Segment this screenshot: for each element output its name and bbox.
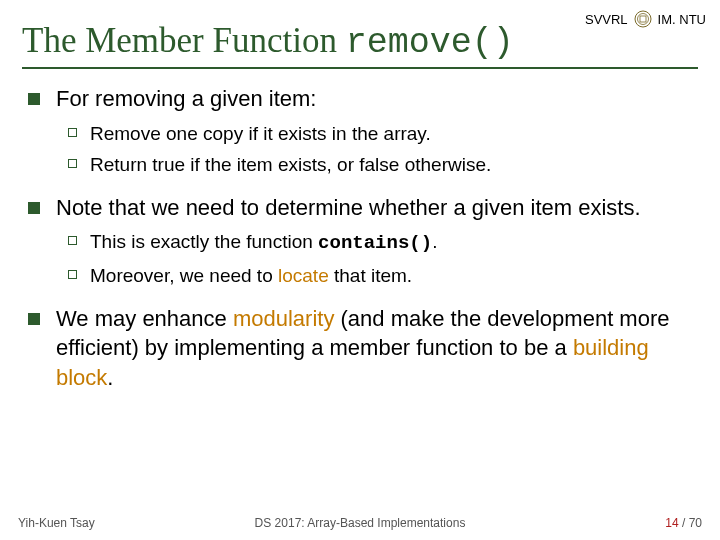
sub-bullet-post: . <box>432 231 437 252</box>
sub-bullet-text: Remove one copy if it exists in the arra… <box>90 123 431 144</box>
sub-bullet-text: Return true if the item exists, or false… <box>90 154 491 175</box>
content-area: For removing a given item: Remove one co… <box>28 84 692 407</box>
bullet-text: Note that we need to determine whether a… <box>56 195 641 220</box>
sub-bullet-item: This is exactly the function contains(). <box>68 228 692 258</box>
sub-bullet-item: Moreover, we need to locate that item. <box>68 262 692 290</box>
sub-bullet-pre: This is exactly the function <box>90 231 318 252</box>
bullet-list: For removing a given item: Remove one co… <box>28 84 692 393</box>
bullet-item: We may enhance modularity (and make the … <box>28 304 692 393</box>
footer-course: DS 2017: Array-Based Implementations <box>18 516 702 530</box>
slide: SVVRL IM. NTU The Member Function remove… <box>0 0 720 540</box>
sub-bullet-list: This is exactly the function contains().… <box>68 228 692 289</box>
slide-title: The Member Function remove() <box>22 22 698 67</box>
title-prefix: The Member Function <box>22 21 346 60</box>
sub-bullet-item: Return true if the item exists, or false… <box>68 151 692 179</box>
sub-bullet-pre: Moreover, we need to <box>90 265 278 286</box>
bullet-post: . <box>107 365 113 390</box>
bullet-item: Note that we need to determine whether a… <box>28 193 692 290</box>
inline-code: contains() <box>318 232 432 254</box>
bullet-pre: We may enhance <box>56 306 233 331</box>
sub-bullet-list: Remove one copy if it exists in the arra… <box>68 120 692 179</box>
title-code: remove() <box>346 23 514 63</box>
footer: Yih-Kuen Tsay DS 2017: Array-Based Imple… <box>18 516 702 530</box>
sub-bullet-post: that item. <box>329 265 412 286</box>
title-underline <box>22 67 698 69</box>
highlight-text: modularity <box>233 306 334 331</box>
bullet-text: For removing a given item: <box>56 86 316 111</box>
title-area: The Member Function remove() <box>22 22 698 69</box>
sub-bullet-item: Remove one copy if it exists in the arra… <box>68 120 692 148</box>
bullet-item: For removing a given item: Remove one co… <box>28 84 692 179</box>
highlight-text: locate <box>278 265 329 286</box>
